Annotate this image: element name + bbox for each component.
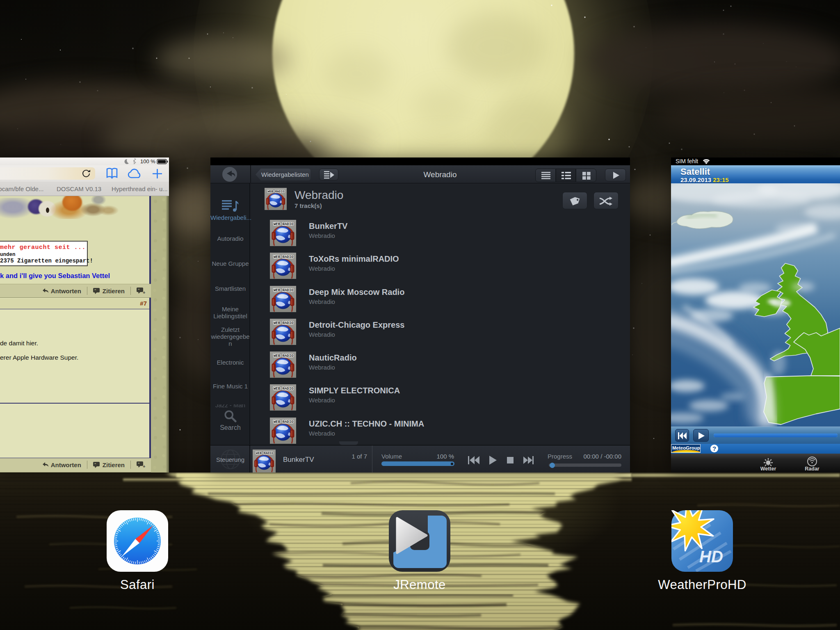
svg-text:“: “ (94, 288, 96, 292)
svg-text:+: + (143, 464, 145, 468)
svg-text:“: “ (94, 462, 96, 466)
svg-text:100 %: 100 % (140, 158, 155, 164)
svg-text:HD: HD (699, 548, 723, 566)
svg-text:“: “ (138, 288, 140, 292)
svg-text:“: “ (138, 462, 140, 466)
svg-text:+: + (143, 290, 145, 294)
